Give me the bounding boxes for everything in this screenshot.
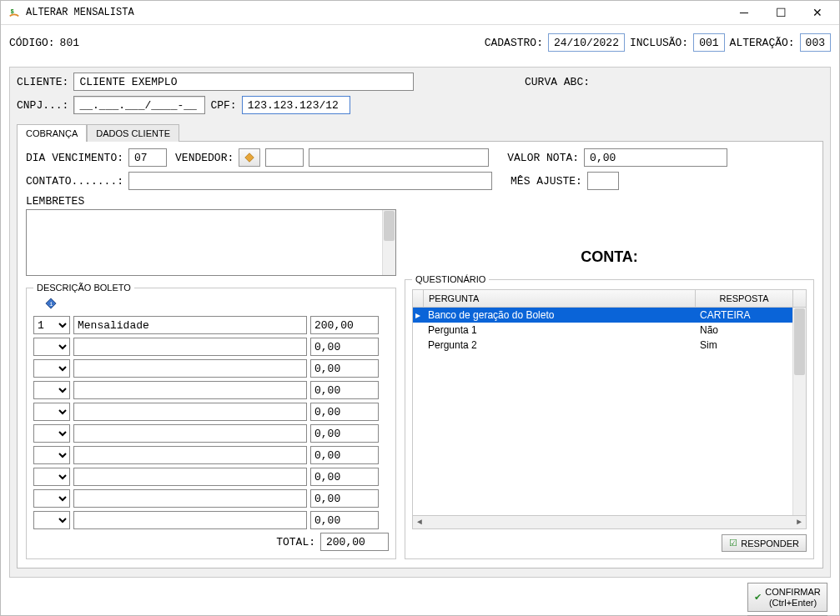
- desc-value-input[interactable]: [310, 316, 379, 334]
- desc-text-input[interactable]: [73, 446, 307, 464]
- desc-type-select[interactable]: [33, 424, 70, 443]
- lembretes-textarea[interactable]: [27, 210, 382, 275]
- cpf-input[interactable]: [242, 96, 350, 114]
- mes-ajuste-input[interactable]: [587, 172, 619, 190]
- responder-button-label: RESPONDER: [741, 538, 799, 548]
- desc-text-input[interactable]: [73, 511, 307, 529]
- cell-pergunta: Pergunta 1: [423, 323, 695, 338]
- conta-title: CONTA:: [405, 248, 814, 266]
- tab-dados-cliente[interactable]: DADOS CLIENTE: [87, 124, 179, 142]
- responder-button[interactable]: ☑ RESPONDER: [722, 534, 807, 552]
- desc-row: [33, 489, 389, 508]
- codigo-value: 801: [60, 37, 79, 49]
- col-resposta[interactable]: RESPOSTA: [696, 290, 792, 307]
- curva-abc-label: CURVA ABC:: [525, 76, 590, 88]
- row-indicator-icon: [413, 323, 423, 338]
- desc-type-select[interactable]: [33, 338, 70, 356]
- tab-cobranca[interactable]: COBRANÇA: [17, 124, 87, 142]
- desc-text-input[interactable]: [73, 424, 307, 443]
- desc-type-select[interactable]: [33, 381, 70, 399]
- desc-value-input[interactable]: [310, 359, 379, 378]
- desc-row: [33, 403, 389, 421]
- desc-type-select[interactable]: [33, 511, 70, 529]
- desc-text-input[interactable]: [73, 381, 307, 399]
- close-button[interactable]: ✕: [799, 1, 836, 24]
- descricao-boleto-table: 1: [33, 316, 389, 529]
- confirmar-label-1: CONFIRMAR: [765, 587, 821, 598]
- desc-type-select[interactable]: 1: [33, 316, 70, 334]
- cliente-label: CLIENTE:: [17, 76, 68, 88]
- contato-label: CONTATO.......:: [26, 175, 123, 188]
- dia-vencimento-label: DIA VENCIMENTO:: [26, 152, 123, 164]
- desc-value-input[interactable]: [310, 424, 379, 443]
- questionario-row[interactable]: Pergunta 1Não: [413, 323, 806, 338]
- hscroll-right-icon[interactable]: ►: [792, 518, 806, 527]
- desc-value-input[interactable]: [310, 489, 379, 508]
- desc-type-select[interactable]: [33, 446, 70, 464]
- vendedor-lookup-button[interactable]: [239, 148, 260, 167]
- cadastro-label: CADASTRO:: [485, 37, 543, 49]
- valor-nota-input[interactable]: [584, 148, 727, 167]
- desc-type-select[interactable]: [33, 489, 70, 508]
- cnpj-label: CNPJ...:: [17, 99, 68, 112]
- desc-text-input[interactable]: [73, 403, 307, 421]
- minimize-button[interactable]: ─: [726, 1, 762, 24]
- desc-text-input[interactable]: [73, 359, 307, 378]
- svg-marker-1: [245, 153, 254, 163]
- lembretes-scrollbar[interactable]: [382, 210, 395, 275]
- desc-text-input[interactable]: [73, 338, 307, 356]
- desc-value-input[interactable]: [310, 381, 379, 399]
- desc-value-input[interactable]: [310, 446, 379, 464]
- vendedor-code-input[interactable]: [265, 148, 304, 167]
- desc-type-select[interactable]: [33, 403, 70, 421]
- desc-value-input[interactable]: [310, 468, 379, 486]
- check-icon: ✔: [754, 592, 762, 603]
- cadastro-value: 24/10/2022: [548, 33, 625, 52]
- codigo-label: CÓDIGO:: [9, 37, 55, 49]
- vendedor-name-input[interactable]: [309, 148, 489, 167]
- hscroll-left-icon[interactable]: ◄: [413, 518, 426, 527]
- desc-type-select[interactable]: [33, 468, 70, 486]
- inclusao-label: INCLUSÃO:: [630, 37, 688, 49]
- cpf-label: CPF:: [210, 99, 236, 112]
- questionario-legend: QUESTIONÁRIO: [412, 274, 489, 284]
- questionario-header: PERGUNTA RESPOSTA: [412, 289, 807, 308]
- confirmar-button[interactable]: ✔ CONFIRMAR (Ctrl+Enter): [747, 583, 827, 612]
- vendedor-label: VENDEDOR:: [175, 152, 234, 164]
- desc-row: [33, 468, 389, 486]
- desc-value-input[interactable]: [310, 511, 379, 529]
- cliente-input[interactable]: [73, 73, 414, 91]
- questionario-row[interactable]: Pergunta 2Sim: [413, 338, 806, 353]
- valor-nota-label: VALOR NOTA:: [507, 152, 579, 164]
- info-diamond-icon[interactable]: i: [45, 298, 389, 313]
- desc-value-input[interactable]: [310, 403, 379, 421]
- cnpj-input[interactable]: [73, 96, 205, 114]
- total-value: [320, 533, 389, 551]
- cell-resposta: CARTEIRA: [695, 308, 806, 323]
- desc-text-input[interactable]: [73, 489, 307, 508]
- desc-value-input[interactable]: [310, 338, 379, 356]
- col-pergunta[interactable]: PERGUNTA: [424, 290, 696, 307]
- total-label: TOTAL:: [276, 536, 315, 548]
- app-icon: $: [8, 6, 21, 19]
- row-indicator-icon: ▸: [413, 308, 423, 323]
- questionario-vscroll[interactable]: [792, 308, 806, 515]
- main-panel: CLIENTE: CURVA ABC: CNPJ...: CPF: COBRAN…: [9, 67, 831, 578]
- maximize-button[interactable]: ☐: [762, 1, 799, 24]
- questionario-body[interactable]: ▸Banco de geração do BoletoCARTEIRAPergu…: [412, 308, 807, 516]
- lembretes-box: [26, 209, 396, 276]
- questionario-row[interactable]: ▸Banco de geração do BoletoCARTEIRA: [413, 308, 806, 323]
- dia-vencimento-input[interactable]: [128, 148, 167, 167]
- content-area: CÓDIGO: 801 CADASTRO: 24/10/2022 INCLUSÃ…: [1, 25, 839, 616]
- descricao-boleto-legend: DESCRIÇÃO BOLETO: [33, 283, 134, 293]
- desc-type-select[interactable]: [33, 359, 70, 378]
- cell-pergunta: Banco de geração do Boleto: [423, 308, 695, 323]
- desc-text-input[interactable]: [73, 468, 307, 486]
- contato-input[interactable]: [128, 172, 492, 190]
- desc-row: 1: [33, 316, 389, 334]
- questionario-hscroll[interactable]: ◄ ►: [412, 516, 807, 529]
- inclusao-value: 001: [693, 33, 724, 52]
- desc-row: [33, 446, 389, 464]
- desc-text-input[interactable]: [73, 316, 307, 334]
- desc-row: [33, 381, 389, 399]
